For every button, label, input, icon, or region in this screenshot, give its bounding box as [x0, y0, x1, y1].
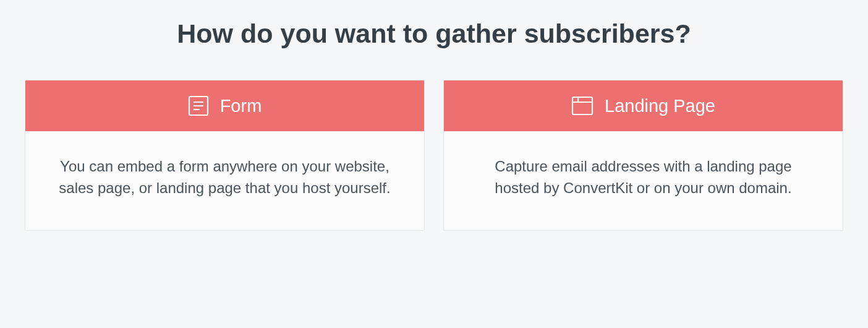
- svg-rect-4: [572, 97, 592, 114]
- browser-window-icon: [571, 96, 594, 116]
- option-cards: Form You can embed a form anywhere on yo…: [25, 80, 843, 231]
- option-card-landing-page-description: Capture email addresses with a landing p…: [475, 156, 812, 199]
- option-card-form-description: You can embed a form anywhere on your we…: [56, 156, 393, 199]
- option-card-form[interactable]: Form You can embed a form anywhere on yo…: [25, 80, 425, 231]
- option-card-form-header: Form: [25, 80, 424, 131]
- option-card-landing-page-title: Landing Page: [605, 96, 715, 116]
- option-card-landing-page-body: Capture email addresses with a landing p…: [444, 131, 843, 230]
- option-card-landing-page-header: Landing Page: [444, 80, 843, 131]
- option-card-form-body: You can embed a form anywhere on your we…: [25, 131, 424, 230]
- option-card-landing-page[interactable]: Landing Page Capture email addresses wit…: [443, 80, 843, 231]
- form-icon: [188, 95, 209, 116]
- option-card-form-title: Form: [220, 96, 262, 116]
- page-heading: How do you want to gather subscribers?: [25, 19, 843, 49]
